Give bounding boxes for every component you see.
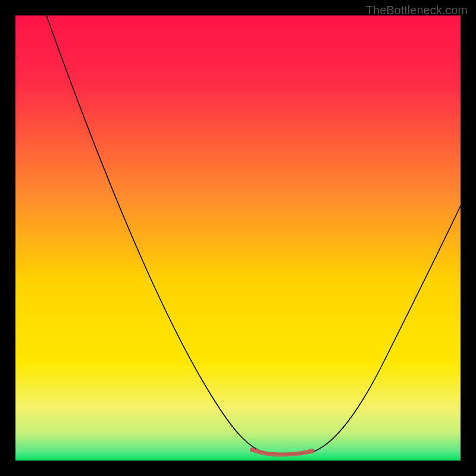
optimal-start-dot (250, 447, 255, 452)
optimal-end-dot (309, 449, 314, 453)
watermark-text: TheBottleneck.com (366, 4, 468, 17)
plot-area (15, 15, 461, 461)
gradient-background (15, 15, 461, 461)
chart-frame: TheBottleneck.com (0, 0, 476, 476)
chart-svg (15, 15, 461, 461)
